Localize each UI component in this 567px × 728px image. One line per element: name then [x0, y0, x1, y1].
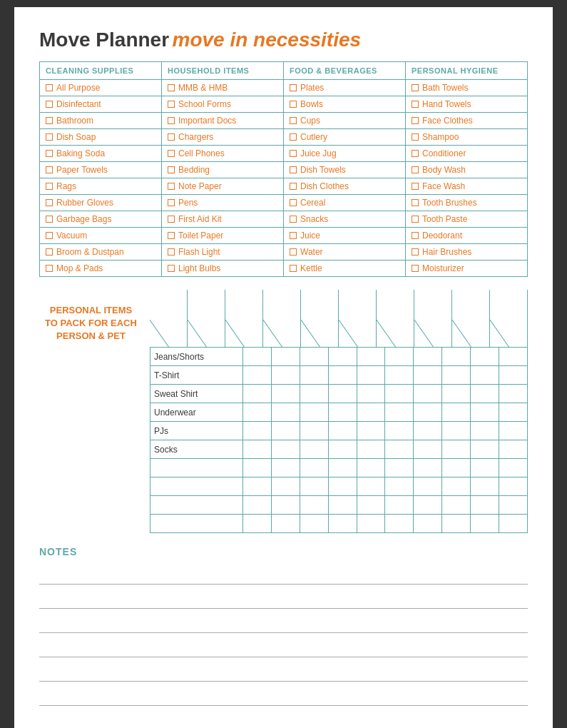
personal-cell[interactable] — [300, 459, 328, 477]
check-item[interactable]: Kettle — [290, 263, 399, 273]
checkbox[interactable] — [168, 166, 175, 173]
personal-cell[interactable] — [243, 385, 272, 403]
personal-cell[interactable] — [328, 348, 357, 366]
personal-cell[interactable] — [328, 403, 357, 422]
personal-cell[interactable] — [357, 422, 385, 440]
personal-cell[interactable] — [271, 348, 300, 366]
check-item[interactable]: Cups — [290, 116, 399, 126]
checkbox[interactable] — [168, 216, 175, 223]
checkbox[interactable] — [46, 101, 53, 108]
personal-cell[interactable] — [271, 459, 300, 477]
personal-cell[interactable] — [243, 459, 272, 477]
personal-cell[interactable] — [442, 496, 471, 515]
check-item[interactable]: Bath Towels — [412, 83, 521, 93]
check-item[interactable]: Chargers — [168, 132, 277, 142]
personal-cell[interactable] — [414, 459, 442, 477]
checkbox[interactable] — [168, 265, 175, 272]
personal-cell[interactable] — [499, 440, 528, 459]
check-item[interactable]: Conditioner — [412, 148, 521, 158]
checkbox[interactable] — [46, 248, 53, 256]
personal-cell[interactable] — [328, 366, 357, 385]
personal-cell[interactable] — [357, 366, 385, 385]
personal-cell[interactable] — [385, 459, 414, 477]
check-item[interactable]: Cutlery — [290, 132, 399, 142]
personal-cell[interactable] — [471, 403, 499, 422]
checkbox[interactable] — [412, 166, 419, 173]
checkbox[interactable] — [168, 117, 175, 124]
checkbox[interactable] — [168, 199, 175, 206]
personal-cell[interactable] — [499, 422, 528, 440]
check-item[interactable]: Dish Towels — [290, 165, 399, 175]
check-item[interactable]: Cell Phones — [168, 148, 277, 158]
checkbox[interactable] — [46, 166, 53, 173]
check-item[interactable]: Baking Soda — [46, 148, 155, 158]
check-item[interactable]: Face Clothes — [412, 116, 521, 126]
check-item[interactable]: Broom & Dustpan — [46, 247, 155, 257]
personal-cell[interactable] — [328, 477, 357, 496]
check-item[interactable]: Disinfectant — [46, 99, 155, 109]
checkbox[interactable] — [290, 101, 297, 108]
checkbox[interactable] — [168, 101, 175, 108]
check-item[interactable]: Paper Towels — [46, 165, 155, 175]
personal-cell[interactable] — [328, 385, 357, 403]
personal-cell[interactable] — [385, 496, 414, 515]
personal-cell[interactable] — [385, 477, 414, 496]
personal-cell[interactable] — [300, 366, 328, 385]
personal-cell[interactable] — [300, 515, 328, 533]
checkbox[interactable] — [412, 265, 419, 272]
personal-cell[interactable] — [385, 440, 414, 459]
personal-cell[interactable] — [271, 385, 300, 403]
check-item[interactable]: Mop & Pads — [46, 263, 155, 273]
personal-cell[interactable] — [357, 385, 385, 403]
check-item[interactable]: Important Docs — [168, 116, 277, 126]
check-item[interactable]: Plates — [290, 83, 399, 93]
personal-cell[interactable] — [471, 477, 499, 496]
check-item[interactable]: Cereal — [290, 198, 399, 208]
personal-cell[interactable] — [243, 515, 272, 533]
personal-cell[interactable] — [471, 440, 499, 459]
checkbox[interactable] — [412, 216, 419, 223]
checkbox[interactable] — [412, 199, 419, 206]
check-item[interactable]: Light Bulbs — [168, 263, 277, 273]
checkbox[interactable] — [412, 183, 419, 190]
personal-cell[interactable] — [414, 440, 442, 459]
personal-cell[interactable] — [271, 422, 300, 440]
personal-cell[interactable] — [471, 348, 499, 366]
personal-cell[interactable] — [442, 403, 471, 422]
check-item[interactable]: Bedding — [168, 165, 277, 175]
check-item[interactable]: MMB & HMB — [168, 83, 277, 93]
check-item[interactable]: Tooth Paste — [412, 214, 521, 224]
personal-cell[interactable] — [271, 477, 300, 496]
personal-cell[interactable] — [357, 515, 385, 533]
personal-cell[interactable] — [385, 366, 414, 385]
checkbox[interactable] — [168, 232, 175, 239]
personal-cell[interactable] — [385, 385, 414, 403]
check-item[interactable]: Shampoo — [412, 132, 521, 142]
personal-cell[interactable] — [328, 440, 357, 459]
check-item[interactable]: Toilet Paper — [168, 231, 277, 241]
personal-cell[interactable] — [471, 422, 499, 440]
personal-cell[interactable] — [442, 440, 471, 459]
personal-cell[interactable] — [414, 348, 442, 366]
checkbox[interactable] — [290, 133, 297, 141]
personal-cell[interactable] — [471, 385, 499, 403]
personal-cell[interactable] — [499, 496, 528, 515]
personal-cell[interactable] — [385, 422, 414, 440]
checkbox[interactable] — [290, 117, 297, 124]
personal-cell[interactable] — [414, 496, 442, 515]
personal-cell[interactable] — [243, 496, 272, 515]
personal-cell[interactable] — [271, 366, 300, 385]
check-item[interactable]: Rubber Gloves — [46, 198, 155, 208]
personal-cell[interactable] — [442, 348, 471, 366]
personal-cell[interactable] — [471, 496, 499, 515]
check-item[interactable]: Snacks — [290, 214, 399, 224]
checkbox[interactable] — [290, 84, 297, 91]
personal-cell[interactable] — [471, 515, 499, 533]
personal-cell[interactable] — [442, 422, 471, 440]
personal-cell[interactable] — [300, 348, 328, 366]
checkbox[interactable] — [46, 84, 53, 91]
personal-cell[interactable] — [385, 403, 414, 422]
check-item[interactable]: Tooth Brushes — [412, 198, 521, 208]
checkbox[interactable] — [412, 84, 419, 91]
checkbox[interactable] — [46, 199, 53, 206]
